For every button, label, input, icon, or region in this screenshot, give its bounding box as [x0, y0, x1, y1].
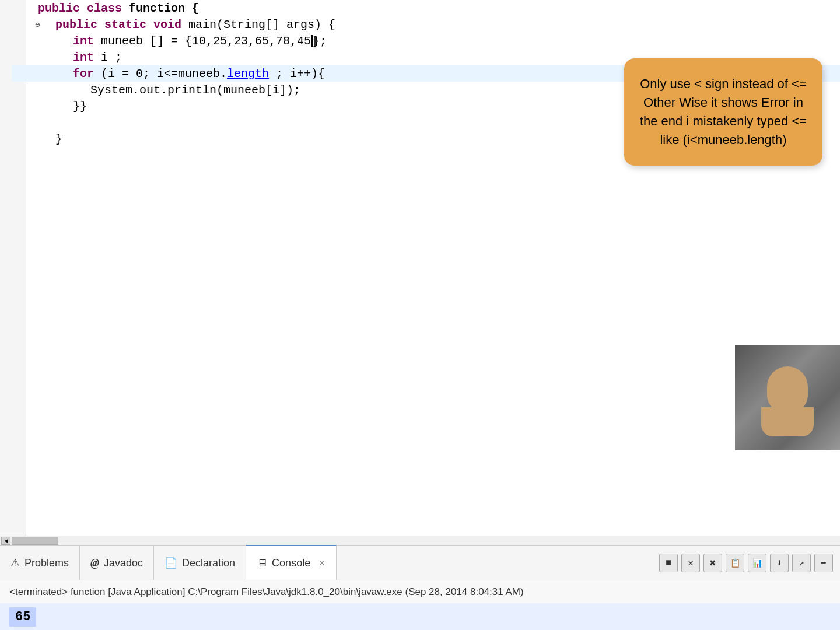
bottom-tabs-bar: ⚠ Problems @ Javadoc 📄 Declaration 🖥 Con…: [0, 545, 840, 580]
tab-javadoc[interactable]: @ Javadoc: [80, 546, 154, 580]
for-cond1: (i = 0; i<=muneeb.: [101, 67, 227, 80]
toolbar-buttons: ■ ✕ ✖ 📋 📊 ⬇ ↗ ➡: [659, 546, 840, 580]
copy-icon: 📋: [730, 558, 740, 568]
scroll-left-arrow[interactable]: ◀: [1, 537, 10, 545]
chart-icon: 📊: [752, 558, 762, 568]
array-end: };: [313, 34, 327, 48]
tab-console[interactable]: 🖥 Console ✕: [246, 545, 337, 580]
type-int-2: int: [73, 34, 101, 48]
close-braces: }}: [73, 100, 87, 113]
terminated-text: <terminated> function [Java Application]…: [9, 586, 524, 598]
partial-top-line: public class function {: [38, 0, 840, 16]
chart-button[interactable]: 📊: [748, 554, 766, 572]
problems-icon: ⚠: [10, 556, 20, 569]
declaration-icon: 📄: [164, 556, 177, 569]
console-terminated-bar: <terminated> function [Java Application]…: [0, 580, 840, 603]
kw-void-1: void: [153, 18, 188, 32]
var-i: i ;: [101, 51, 122, 64]
console-tab-close[interactable]: ✕: [318, 558, 326, 568]
editor-area: public class function { ⊖ public static …: [0, 0, 840, 536]
tooltip-text: Only use < sign instead of <= Other Wise…: [640, 76, 807, 147]
down-icon: ⬇: [776, 557, 782, 569]
up-right-button[interactable]: ↗: [792, 554, 811, 572]
tab-declaration-label: Declaration: [182, 557, 235, 569]
face-silhouette: [767, 366, 808, 413]
kw-public: public: [38, 2, 87, 15]
right-icon: ➡: [821, 557, 827, 569]
webcam-thumbnail: [735, 345, 840, 450]
kw-class: class: [87, 2, 129, 15]
collapse-icon-1[interactable]: ⊖: [35, 20, 40, 30]
main-sig: main(String[] args) {: [188, 18, 335, 32]
length-link[interactable]: length: [227, 67, 269, 80]
annotation-tooltip: Only use < sign instead of <= Other Wise…: [624, 58, 822, 166]
kw-for: for: [73, 67, 101, 80]
horizontal-scrollbar[interactable]: ◀: [0, 536, 840, 545]
close-button-1[interactable]: ✕: [681, 554, 700, 572]
code-line-2: int muneeb [] = {10,25,23,65,78,45|};: [73, 33, 840, 49]
stop-icon: ■: [666, 558, 671, 568]
right-button[interactable]: ➡: [814, 554, 833, 572]
tab-problems-label: Problems: [24, 557, 69, 569]
javadoc-icon: @: [90, 557, 99, 569]
console-icon: 🖥: [257, 557, 267, 569]
tab-declaration[interactable]: 📄 Declaration: [154, 546, 246, 580]
webcam-image: [735, 345, 840, 450]
close-icon-1: ✕: [688, 557, 694, 569]
tab-javadoc-label: Javadoc: [104, 557, 143, 569]
kw-static-1: static: [104, 18, 153, 32]
output-line: 65: [0, 603, 840, 630]
type-int-3: int: [73, 51, 101, 64]
class-close-brace: }: [55, 132, 62, 146]
for-cond2: ; i++){: [269, 67, 325, 80]
tab-problems[interactable]: ⚠ Problems: [0, 546, 80, 580]
kw-public-1: public: [55, 18, 104, 32]
up-right-icon: ↗: [799, 557, 804, 569]
down-button[interactable]: ⬇: [770, 554, 789, 572]
println-stmt: System.out.println(muneeb[i]);: [90, 83, 300, 97]
output-value: 65: [9, 607, 36, 626]
array-decl: muneeb [] = {10,25,23,65,78,45: [101, 34, 311, 48]
class-name: function {: [129, 2, 199, 15]
stop-button[interactable]: ■: [659, 554, 678, 572]
code-line-1: ⊖ public static void main(String[] args)…: [55, 16, 840, 33]
close-icon-2: ✖: [710, 556, 716, 569]
scroll-thumb[interactable]: [12, 537, 58, 545]
tab-console-label: Console: [272, 557, 310, 569]
close-button-2[interactable]: ✖: [704, 554, 722, 572]
copy-button[interactable]: 📋: [726, 554, 744, 572]
